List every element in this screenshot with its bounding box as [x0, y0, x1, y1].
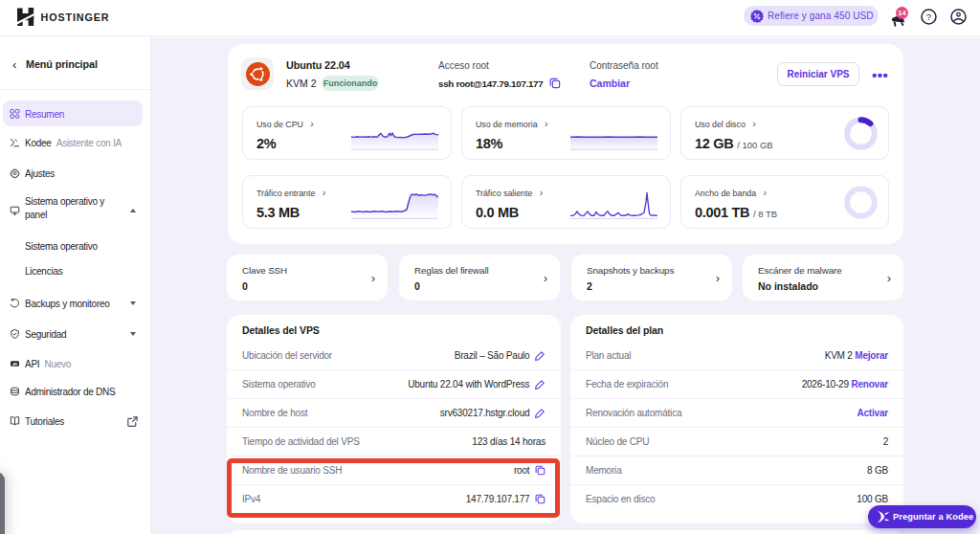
- svg-text:API: API: [12, 363, 17, 367]
- svg-text:HOSTINGER: HOSTINGER: [41, 11, 110, 23]
- svg-text:?: ?: [926, 11, 931, 22]
